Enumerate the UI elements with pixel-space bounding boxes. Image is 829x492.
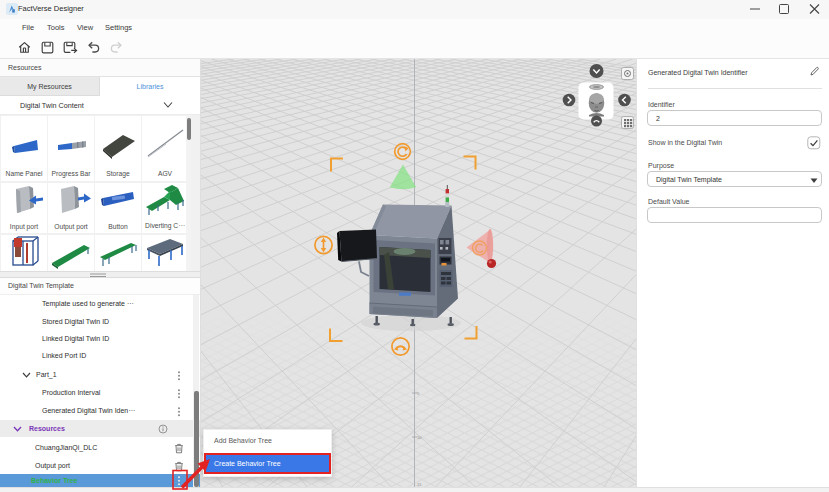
svg-text:10: 10	[417, 435, 422, 440]
svg-text:5: 5	[417, 391, 420, 396]
